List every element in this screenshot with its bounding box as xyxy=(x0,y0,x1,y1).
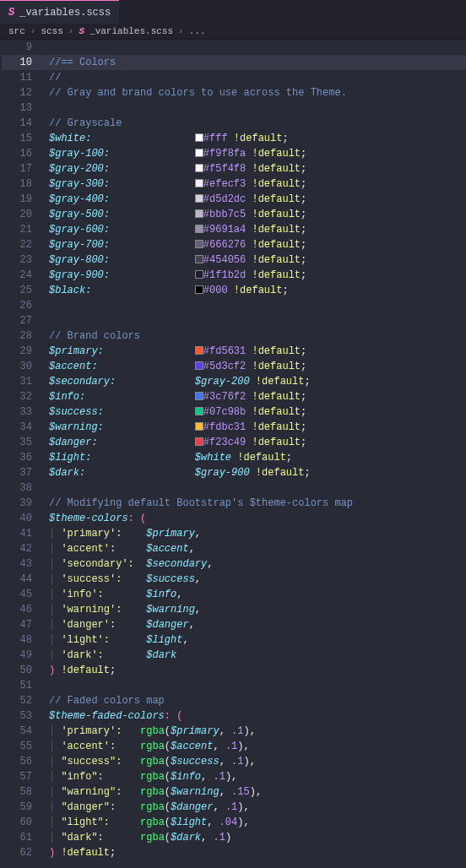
line-number: 55 xyxy=(0,739,32,754)
line-number: 22 xyxy=(0,237,32,252)
color-swatch-icon xyxy=(195,194,203,203)
code-line[interactable]: $info: #3c76f2 !default; xyxy=(49,389,466,404)
line-number: 14 xyxy=(0,116,32,131)
code-line[interactable]: ) !default; xyxy=(49,845,466,860)
code-line[interactable]: $gray-800: #454056 !default; xyxy=(49,252,466,268)
line-number: 47 xyxy=(0,617,32,632)
code-line[interactable]: $white: #fff !default; xyxy=(49,131,466,146)
crumb-scss[interactable]: scss xyxy=(41,26,62,36)
code-line[interactable]: $gray-300: #efecf3 !default; xyxy=(49,176,466,192)
line-number: 32 xyxy=(0,389,32,404)
line-number: 62 xyxy=(0,845,32,860)
color-swatch-icon xyxy=(195,407,203,415)
line-number: 60 xyxy=(0,815,32,830)
line-number: 59 xyxy=(0,800,32,815)
tab-bar: S _variables.scss xyxy=(0,0,466,24)
line-number: 10 xyxy=(0,55,32,70)
code-line[interactable]: //== Colors xyxy=(49,55,466,70)
code-line[interactable]: │ 'warning': $warning, xyxy=(49,602,466,617)
color-swatch-icon xyxy=(195,225,203,233)
tab-variables[interactable]: S _variables.scss xyxy=(0,0,119,24)
code-line[interactable]: │ 'info': $info, xyxy=(49,587,466,602)
line-number: 26 xyxy=(0,298,32,313)
line-number: 31 xyxy=(0,374,32,389)
scss-icon: S xyxy=(79,26,84,36)
tab-bar-empty xyxy=(119,0,466,24)
code-line[interactable]: │ "danger": rgba($danger, .1), xyxy=(49,800,466,815)
chevron-right-icon: › xyxy=(30,26,36,36)
code-line[interactable]: $warning: #fdbc31 !default; xyxy=(49,420,466,435)
code-line[interactable]: │ 'success': $success, xyxy=(49,572,466,587)
code-line[interactable]: $gray-400: #d5d2dc !default; xyxy=(49,192,466,207)
line-number: 34 xyxy=(0,420,32,435)
editor[interactable]: 9101112131415161718192021222324252627282… xyxy=(0,40,466,860)
code-line[interactable]: $success: #07c98b !default; xyxy=(49,404,466,420)
line-number: 51 xyxy=(0,678,32,693)
code-line[interactable]: │ "warning": rgba($warning, .15), xyxy=(49,784,466,800)
code-line[interactable]: ) !default; xyxy=(49,663,466,678)
code-line[interactable]: │ "info": rgba($info, .1), xyxy=(49,769,466,784)
code-area[interactable]: //== Colors//// Gray and brand colors to… xyxy=(47,40,466,860)
code-line[interactable]: │ "success": rgba($success, .1), xyxy=(49,754,466,769)
code-line[interactable]: $gray-500: #bbb7c5 !default; xyxy=(49,207,466,222)
code-line[interactable] xyxy=(49,480,466,496)
line-number: 53 xyxy=(0,708,32,724)
code-line[interactable] xyxy=(49,298,466,313)
code-line[interactable]: // xyxy=(49,70,466,85)
code-line[interactable]: │ 'dark': $dark xyxy=(49,648,466,663)
code-line[interactable]: $theme-colors: ( xyxy=(49,511,466,526)
line-number: 30 xyxy=(0,359,32,374)
code-line[interactable]: // Brand colors xyxy=(49,328,466,344)
code-line[interactable]: $gray-700: #666276 !default; xyxy=(49,237,466,252)
line-number: 54 xyxy=(0,724,32,739)
code-line[interactable]: $gray-100: #f9f8fa !default; xyxy=(49,146,466,161)
code-line[interactable]: $black: #000 !default; xyxy=(49,283,466,298)
code-line[interactable]: // Faded colors map xyxy=(49,693,466,708)
line-gutter: 9101112131415161718192021222324252627282… xyxy=(0,40,47,860)
line-number: 20 xyxy=(0,207,32,222)
code-line[interactable]: $gray-600: #9691a4 !default; xyxy=(49,222,466,237)
line-number: 50 xyxy=(0,663,32,678)
code-line[interactable]: $accent: #5d3cf2 !default; xyxy=(49,359,466,374)
code-line[interactable] xyxy=(49,313,466,328)
color-swatch-icon xyxy=(195,179,203,187)
line-number: 36 xyxy=(0,450,32,465)
code-line[interactable]: $gray-900: #1f1b2d !default; xyxy=(49,268,466,283)
code-line[interactable]: │ 'light': $light, xyxy=(49,632,466,648)
color-swatch-icon xyxy=(195,270,203,279)
line-number: 43 xyxy=(0,556,32,572)
line-number: 41 xyxy=(0,526,32,541)
code-line[interactable]: │ "light": rgba($light, .04), xyxy=(49,815,466,830)
code-line[interactable]: $theme-faded-colors: ( xyxy=(49,708,466,724)
line-number: 38 xyxy=(0,480,32,496)
code-line[interactable] xyxy=(49,40,466,55)
code-line[interactable]: │ 'accent': $accent, xyxy=(49,541,466,556)
code-line[interactable]: │ 'secondary': $secondary, xyxy=(49,556,466,572)
scss-icon: S xyxy=(8,7,14,19)
code-line[interactable] xyxy=(49,100,466,116)
code-line[interactable]: │ 'primary': $primary, xyxy=(49,526,466,541)
code-line[interactable]: $gray-200: #f5f4f8 !default; xyxy=(49,161,466,176)
line-number: 61 xyxy=(0,830,32,845)
line-number: 46 xyxy=(0,602,32,617)
code-line[interactable]: $light: $white !default; xyxy=(49,450,466,465)
code-line[interactable]: $danger: #f23c49 !default; xyxy=(49,435,466,450)
code-line[interactable]: │ 'accent': rgba($accent, .1), xyxy=(49,739,466,754)
code-line[interactable]: $primary: #fd5631 !default; xyxy=(49,344,466,359)
crumb-file[interactable]: _variables.scss xyxy=(89,26,173,36)
code-line[interactable]: │ "dark": rgba($dark, .1) xyxy=(49,830,466,845)
code-line[interactable]: // Gray and brand colors to use across t… xyxy=(49,85,466,100)
crumb-src[interactable]: src xyxy=(8,26,25,36)
code-line[interactable] xyxy=(49,678,466,693)
code-line[interactable]: │ 'primary': rgba($primary, .1), xyxy=(49,724,466,739)
code-line[interactable]: // Grayscale xyxy=(49,116,466,131)
breadcrumb: src › scss › S _variables.scss › ... xyxy=(0,24,466,40)
code-line[interactable]: │ 'danger': $danger, xyxy=(49,617,466,632)
color-swatch-icon xyxy=(195,437,203,446)
code-line[interactable]: $secondary: $gray-200 !default; xyxy=(49,374,466,389)
line-number: 48 xyxy=(0,632,32,648)
crumb-more[interactable]: ... xyxy=(189,26,206,36)
line-number: 16 xyxy=(0,146,32,161)
code-line[interactable]: $dark: $gray-900 !default; xyxy=(49,465,466,480)
code-line[interactable]: // Modifying default Bootstrap's $theme-… xyxy=(49,496,466,511)
